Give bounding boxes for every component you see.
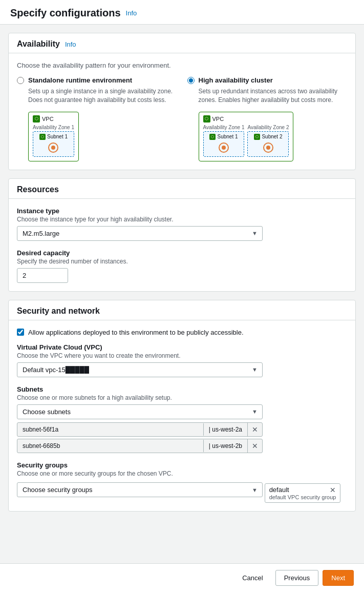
page-title: Specify configurations xyxy=(10,7,121,19)
desired-capacity-group: Desired capacity Specify the desired num… xyxy=(17,249,347,283)
public-access-checkbox[interactable] xyxy=(17,329,24,336)
subnet-tag-1-close[interactable]: ✕ xyxy=(247,423,262,436)
standalone-subnet: ⬡ Subnet 1 xyxy=(33,131,74,157)
ha-diagram: ⬡ VPC Availability Zone 1 ⬡ Subnet xyxy=(187,112,348,161)
ha-label[interactable]: High availability cluster xyxy=(199,76,273,84)
standalone-subnet-label: ⬡ Subnet 1 xyxy=(39,134,68,140)
standalone-desc: Sets up a single instance in a single av… xyxy=(17,87,177,105)
footer: Cancel Previous Next xyxy=(0,563,364,592)
subnet-tag-2-name: subnet-6685b xyxy=(17,440,204,452)
security-network-section: Security and network Allow applications … xyxy=(8,300,356,512)
vpc-select[interactable]: Default vpc-15█████ xyxy=(17,362,263,377)
public-access-label[interactable]: Allow applications deployed to this envi… xyxy=(28,329,244,336)
previous-button[interactable]: Previous xyxy=(275,570,319,586)
subnet-tag-2: subnet-6685b | us-west-2b ✕ xyxy=(17,439,263,453)
standalone-radio-row[interactable]: Standalone runtime environment xyxy=(17,76,177,84)
subnets-select[interactable]: Choose subnets xyxy=(17,404,263,419)
standalone-label[interactable]: Standalone runtime environment xyxy=(28,76,132,84)
subnets-hint: Choose one or more subnets for a high av… xyxy=(17,394,347,401)
subnet-tag-1-az: | us-west-2a xyxy=(204,423,247,436)
ha-az1-label: Availability Zone 1 xyxy=(203,125,245,130)
main-content: Availability Info Choose the availabilit… xyxy=(0,25,364,553)
ha-instance1 xyxy=(218,142,229,153)
standalone-diagram: ⬡ VPC Availability Zone 1 ⬡ Subnet 1 xyxy=(17,112,177,161)
standalone-vpc-label: ⬡ VPC xyxy=(33,115,74,123)
security-tag-close[interactable]: ✕ xyxy=(330,486,336,494)
security-groups-hint: Choose one or more security groups for t… xyxy=(17,470,347,477)
availability-header: Availability Info xyxy=(9,33,355,53)
ha-az-row: Availability Zone 1 ⬡ Subnet 1 xyxy=(203,125,289,157)
ha-vpc-box: ⬡ VPC Availability Zone 1 ⬡ Subnet xyxy=(199,112,294,161)
standalone-instance-circle xyxy=(48,142,58,153)
ha-instance2-inner xyxy=(266,146,270,150)
security-tag-desc: default VPC security group xyxy=(269,494,336,500)
desired-capacity-hint: Specify the desired number of instances. xyxy=(17,258,347,265)
subnet-tags: subnet-56f1a | us-west-2a ✕ subnet-6685b… xyxy=(17,422,347,453)
standalone-instance-inner xyxy=(51,146,55,150)
security-groups-label: Security groups xyxy=(17,461,347,469)
security-groups-select[interactable]: Choose security groups xyxy=(17,482,263,497)
security-groups-group: Security groups Choose one or more secur… xyxy=(17,461,347,503)
ha-subnet1: ⬡ Subnet 1 xyxy=(203,131,245,157)
ha-subnet1-label: ⬡ Subnet 1 xyxy=(209,134,238,140)
ha-instance1-inner xyxy=(222,146,226,150)
desired-capacity-input[interactable] xyxy=(17,268,68,283)
standalone-radio[interactable] xyxy=(17,77,24,84)
standalone-az-label: Availability Zone 1 xyxy=(33,125,74,130)
subnets-select-wrapper: Choose subnets ▼ xyxy=(17,404,263,419)
ha-az2: Availability Zone 2 ⬡ Subnet 2 xyxy=(247,125,289,157)
security-network-body: Allow applications deployed to this envi… xyxy=(9,320,355,511)
subnet-tag-2-az: | us-west-2b xyxy=(204,440,247,452)
standalone-instance xyxy=(48,142,59,153)
instance-type-group: Instance type Choose the instance type f… xyxy=(17,207,347,241)
resources-header: Resources xyxy=(9,179,355,199)
next-button[interactable]: Next xyxy=(323,570,354,586)
standalone-vpc-box: ⬡ VPC Availability Zone 1 ⬡ Subnet 1 xyxy=(28,112,79,161)
ha-instance2 xyxy=(263,142,274,153)
resources-title: Resources xyxy=(17,185,59,194)
instance-type-select[interactable]: M2.m5.large M2.m5.xlarge M2.m5.2xlarge xyxy=(17,226,263,241)
availability-body: Choose the availability pattern for your… xyxy=(9,53,355,170)
ha-desc: Sets up redundant instances across two a… xyxy=(187,87,348,105)
resources-section: Resources Instance type Choose the insta… xyxy=(8,178,356,292)
instance-type-label: Instance type xyxy=(17,207,347,215)
ha-az1: Availability Zone 1 ⬡ Subnet 1 xyxy=(203,125,245,157)
ha-option: High availability cluster Sets up redund… xyxy=(187,76,348,161)
page-info-link[interactable]: Info xyxy=(126,9,137,17)
subnets-group: Subnets Choose one or more subnets for a… xyxy=(17,385,347,453)
subnet-tag-2-close[interactable]: ✕ xyxy=(247,439,262,453)
security-tag-default: default ✕ default VPC security group xyxy=(265,483,341,503)
ha-subnet2-icon: ⬡ xyxy=(254,134,260,140)
availability-description: Choose the availability pattern for your… xyxy=(17,62,347,69)
vpc-select-wrapper: Default vpc-15█████ ▼ xyxy=(17,362,263,377)
page-header: Specify configurations Info xyxy=(0,0,364,25)
security-tag-row: default ✕ xyxy=(269,486,336,494)
vpc-label: Virtual Private Cloud (VPC) xyxy=(17,343,347,351)
availability-options: Standalone runtime environment Sets up a… xyxy=(17,76,347,161)
availability-title: Availability xyxy=(17,39,60,49)
availability-info-link[interactable]: Info xyxy=(65,40,76,48)
public-access-row[interactable]: Allow applications deployed to this envi… xyxy=(17,329,347,336)
vpc-hint: Choose the VPC where you want to create … xyxy=(17,352,347,359)
ha-subnet1-icon: ⬡ xyxy=(209,134,216,140)
ha-instance2-circle xyxy=(263,142,273,153)
instance-type-select-wrapper: M2.m5.large M2.m5.xlarge M2.m5.2xlarge ▼ xyxy=(17,226,263,241)
subnet-tag-1-name: subnet-56f1a xyxy=(17,423,204,436)
security-network-header: Security and network xyxy=(9,300,355,320)
standalone-az: Availability Zone 1 ⬡ Subnet 1 xyxy=(33,125,74,157)
standalone-option: Standalone runtime environment Sets up a… xyxy=(17,76,177,161)
security-groups-select-wrapper: Choose security groups ▼ xyxy=(17,482,263,497)
availability-section: Availability Info Choose the availabilit… xyxy=(8,33,356,170)
subnets-label: Subnets xyxy=(17,385,347,393)
ha-subnet2-label: ⬡ Subnet 2 xyxy=(254,134,282,140)
ha-vpc-label: ⬡ VPC xyxy=(203,115,289,123)
ha-radio[interactable] xyxy=(187,77,195,84)
ha-subnet2: ⬡ Subnet 2 xyxy=(247,131,289,157)
resources-body: Instance type Choose the instance type f… xyxy=(9,199,355,291)
ha-instance1-circle xyxy=(219,142,229,153)
instance-type-hint: Choose the instance type for your high a… xyxy=(17,216,347,223)
ha-radio-row[interactable]: High availability cluster xyxy=(187,76,348,84)
cancel-button[interactable]: Cancel xyxy=(234,570,271,586)
standalone-vpc-icon: ⬡ xyxy=(33,115,40,123)
security-tag-name: default xyxy=(269,486,289,494)
